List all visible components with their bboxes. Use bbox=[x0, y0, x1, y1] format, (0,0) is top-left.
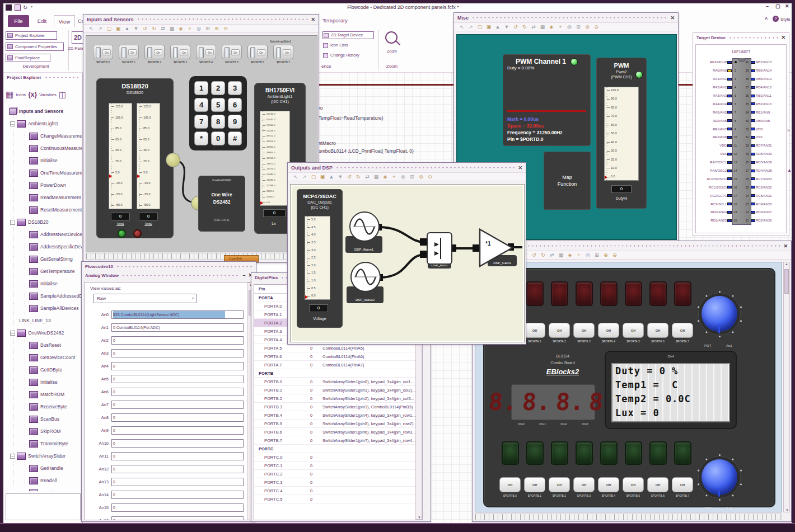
toolbar-icon[interactable]: ⊞ bbox=[593, 252, 600, 258]
toolbar-icon[interactable]: ◈ bbox=[177, 25, 184, 32]
pin-right-icon[interactable] bbox=[751, 186, 755, 189]
pin-right-icon[interactable] bbox=[751, 194, 755, 197]
port-push-button[interactable]: Off bbox=[549, 477, 570, 492]
digital-pin-row[interactable]: PORTB.6 0 SwitchArraySlider1(pin6), keyp… bbox=[254, 428, 422, 436]
tree-item[interactable]: AddressSpecificDev bbox=[4, 241, 82, 253]
pin-right-icon[interactable] bbox=[751, 136, 755, 139]
variables-label[interactable]: Variables bbox=[39, 92, 57, 97]
dsp-wave1[interactable] bbox=[349, 211, 380, 242]
toolbar-icon[interactable]: ▣ bbox=[115, 25, 121, 32]
toolbar-icon[interactable]: ▢ bbox=[310, 173, 317, 180]
toolbar-icon[interactable]: ↻ bbox=[540, 252, 546, 258]
pin-left-icon[interactable] bbox=[727, 86, 732, 89]
tree-item[interactable]: AddressNextDevice bbox=[4, 228, 82, 241]
toolbar-icon[interactable]: ◎ bbox=[195, 25, 202, 32]
toolbar-icon[interactable]: ⇄ bbox=[530, 23, 537, 30]
tree-item[interactable]: Initialise bbox=[4, 154, 82, 167]
project-explorer-button[interactable]: Project Explorer bbox=[6, 31, 57, 40]
toolbar-icon[interactable]: ⊕ bbox=[213, 25, 220, 32]
board-hscrollbar[interactable] bbox=[475, 514, 782, 520]
tree-item[interactable]: GetIDByte bbox=[4, 364, 82, 376]
toolbar-icon[interactable]: ⇄ bbox=[549, 252, 555, 258]
dac-scale[interactable]: 5.04.54.03.53.02.52.01.51.00.50.0 bbox=[305, 216, 330, 300]
toolbar-icon[interactable]: + bbox=[186, 25, 193, 32]
analog-value-field[interactable]: 0 ComboBL0114(Pot ADC) bbox=[111, 323, 244, 332]
analog-value-field[interactable]: 825 ComboBL0114(LightSensor ADC) bbox=[111, 310, 244, 319]
toolbar-icon[interactable]: ↺ bbox=[142, 25, 148, 32]
pin-left-icon[interactable] bbox=[727, 95, 732, 97]
port-push-button[interactable]: Off bbox=[598, 323, 619, 338]
tree-item[interactable]: AmbientLight1 bbox=[4, 117, 82, 130]
variables-icon[interactable]: {x} bbox=[28, 91, 37, 98]
toolbar-icon[interactable]: ↻ bbox=[521, 23, 528, 30]
i2c-connector-icon[interactable] bbox=[166, 153, 180, 167]
toolbar-icon[interactable]: ⊖ bbox=[222, 25, 229, 32]
pwm-meter-scale[interactable]: 100.090.080.070.060.050.040.030.020.010.… bbox=[604, 87, 639, 181]
dac-meter[interactable]: MCP47x6DAC DAC_Output1 (I2C CH1) 5.04.54… bbox=[297, 189, 343, 328]
port-push-button[interactable]: Off bbox=[623, 477, 644, 492]
help-icon[interactable]: ? bbox=[773, 16, 779, 22]
icons-grid-icon[interactable]: ▦ bbox=[6, 90, 13, 100]
analog-value-field[interactable]: 0 bbox=[111, 362, 244, 370]
toolbar-icon[interactable]: ↻ bbox=[355, 173, 362, 180]
toolbar-icon[interactable]: ⊞ bbox=[575, 23, 582, 30]
port-push-button[interactable]: Off bbox=[573, 323, 595, 338]
analog-value-field[interactable]: 0 bbox=[111, 426, 244, 435]
map-function-box[interactable]: Map Function bbox=[544, 152, 591, 210]
tree-item[interactable]: MatchROM bbox=[4, 388, 82, 401]
toolbar-icon[interactable]: ▢ bbox=[106, 25, 113, 32]
port-push-button[interactable]: Off bbox=[647, 477, 668, 492]
toolbar-icon[interactable]: ◈ bbox=[382, 173, 389, 180]
dsp-gain[interactable]: *1 bbox=[479, 228, 513, 267]
analog-value-field[interactable]: 0 bbox=[111, 349, 244, 357]
target-device-titlebar[interactable]: Target Device ✕ bbox=[693, 33, 789, 42]
app-icon[interactable] bbox=[6, 4, 12, 11]
toolbar-icon[interactable]: ▼ bbox=[337, 173, 344, 180]
pin-right-icon[interactable] bbox=[751, 177, 755, 180]
pin-right-icon[interactable] bbox=[751, 78, 755, 81]
pin-left-icon[interactable] bbox=[727, 61, 732, 64]
toolbar-icon[interactable]: ⊞ bbox=[204, 25, 211, 32]
pin-right-icon[interactable] bbox=[751, 211, 755, 214]
port-push-button[interactable]: Off bbox=[672, 477, 693, 492]
dropdown-caret-icon[interactable]: ▾ bbox=[192, 294, 194, 303]
digital-pin-row[interactable]: PORTB.5 0 SwitchArraySlider1(pin5), keyp… bbox=[254, 420, 422, 428]
pin-right-icon[interactable] bbox=[751, 203, 755, 205]
port-push-button[interactable]: Off bbox=[623, 323, 644, 338]
pin-right-icon[interactable] bbox=[751, 128, 755, 130]
pwm-channel-box[interactable]: PWM Channel 1 Duty = 0.00% Mark = 0.00us… bbox=[503, 54, 591, 146]
toolbar-icon[interactable]: ◎ bbox=[566, 23, 573, 30]
close-icon[interactable]: ✕ bbox=[311, 17, 315, 22]
port-push-button[interactable]: Off bbox=[573, 477, 595, 492]
outputs-canvas[interactable]: MCP47x6DAC DAC_Output1 (I2C CH1) 5.04.54… bbox=[290, 184, 525, 342]
analog-value-field[interactable]: 0 bbox=[111, 401, 244, 409]
view-item-2d-target-device[interactable]: 2D Target Device bbox=[322, 31, 374, 39]
tree-item[interactable]: SampleAllDevices bbox=[4, 302, 82, 314]
analog-value-field[interactable]: 0 bbox=[111, 388, 244, 396]
digital-pin-row[interactable]: PORTC.1 0 bbox=[254, 462, 422, 470]
tree-item[interactable]: GetDeviceCount bbox=[4, 351, 82, 364]
onewire-ds2482-component[interactable]: OneWireDS2482 One Wire DS2482 (I2C CH1) bbox=[198, 176, 245, 232]
toolbar-icon[interactable]: ◈ bbox=[548, 23, 555, 30]
tree-item[interactable]: ReceiveByte bbox=[4, 401, 82, 413]
inputs-titlebar[interactable]: Inputs and Sensors ✕ bbox=[83, 15, 319, 24]
style-label[interactable]: Style bbox=[780, 17, 791, 22]
minimize-icon[interactable]: – bbox=[242, 272, 245, 278]
pin-right-icon[interactable] bbox=[751, 153, 755, 156]
dsp-wave2[interactable] bbox=[350, 262, 381, 292]
analog-value-field[interactable]: 0 bbox=[111, 516, 244, 520]
toolbar-icon[interactable]: ↻ bbox=[151, 25, 157, 32]
toolbar-icon[interactable]: ↗ bbox=[467, 23, 474, 30]
toolbar-icon[interactable]: ▦ bbox=[373, 173, 380, 180]
port-push-button[interactable]: Off bbox=[598, 477, 619, 492]
save-icon[interactable] bbox=[15, 4, 21, 11]
close-icon[interactable]: ✕ bbox=[518, 165, 522, 171]
toolbar-icon[interactable]: + bbox=[576, 252, 582, 258]
scroll-thumb[interactable] bbox=[784, 269, 789, 294]
pot-knob[interactable] bbox=[696, 290, 743, 337]
toolbar-icon[interactable]: ↗ bbox=[97, 25, 104, 32]
maximize-button[interactable]: ▢ bbox=[775, 3, 780, 9]
pin-left-icon[interactable] bbox=[727, 69, 732, 72]
analog-value-field[interactable]: 0 bbox=[111, 503, 244, 512]
tab-edit[interactable]: Edit bbox=[32, 15, 52, 27]
